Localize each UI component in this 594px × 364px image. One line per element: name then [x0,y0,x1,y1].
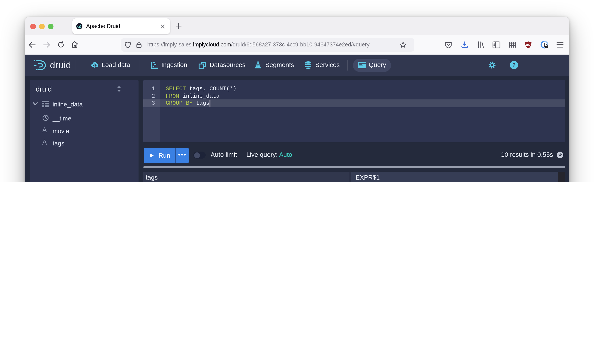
svg-text:?: ? [512,62,515,68]
svg-text:uO: uO [526,42,531,46]
